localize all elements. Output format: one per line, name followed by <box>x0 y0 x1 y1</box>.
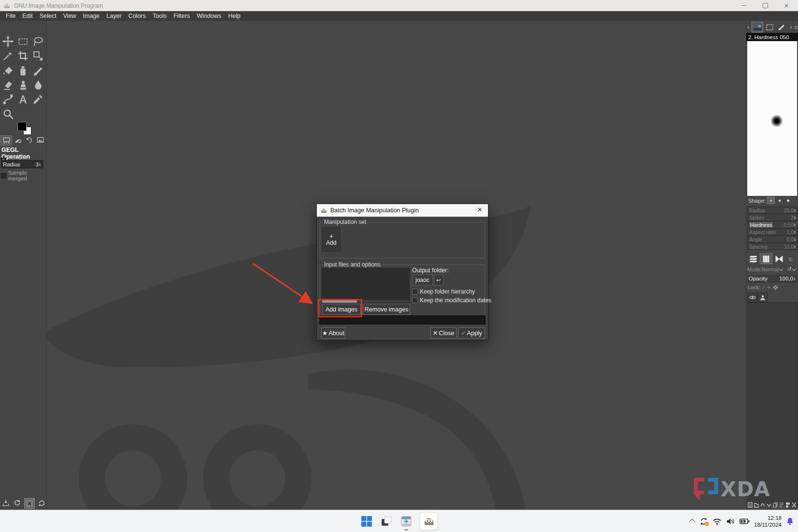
tab-selection-editor[interactable] <box>765 22 775 32</box>
tab-device-status[interactable] <box>13 135 23 145</box>
slider-hardness[interactable]: Hardness 0,50 ▲▼ <box>747 221 798 228</box>
mode-extra-dropdown-icon[interactable] <box>792 266 796 270</box>
tabs-scroll-right-icon[interactable]: › <box>789 24 793 30</box>
sample-merged-checkbox[interactable] <box>1 173 6 178</box>
tray-overflow-icon[interactable] <box>689 519 695 525</box>
lock-position-icon[interactable]: + <box>767 284 770 290</box>
taskbar-clock[interactable]: 12:18 18/11/2024 <box>754 515 782 528</box>
menu-layer[interactable]: Layer <box>103 13 125 19</box>
shape-circle-button[interactable]: ● <box>767 197 775 204</box>
merge-layer-button[interactable] <box>779 501 784 509</box>
close-button[interactable]: ✕ <box>776 0 797 11</box>
duplicate-layer-button[interactable] <box>772 501 778 509</box>
output-folder-reset-button[interactable]: ↩ <box>434 275 443 285</box>
remove-images-button[interactable]: Remove images <box>363 304 410 315</box>
slider-aspect-ratio[interactable]: Aspect ratio 1,0 ▲▼ <box>747 228 798 236</box>
lock-pixels-icon[interactable]: ∕ <box>763 284 764 290</box>
delete-preset-button[interactable] <box>24 498 35 509</box>
menu-select[interactable]: Select <box>36 13 60 19</box>
task-view-button[interactable] <box>380 515 393 528</box>
tab-paths[interactable] <box>773 254 785 264</box>
mode-switch-icon[interactable]: ↺ <box>787 266 792 272</box>
tabs-scroll-left-icon[interactable]: ‹ <box>746 24 750 30</box>
tool-crop-icon[interactable] <box>15 49 30 63</box>
lower-layer-button[interactable] <box>766 501 771 509</box>
color-swatches[interactable] <box>17 122 34 136</box>
tab-undo-history[interactable] <box>24 135 34 145</box>
lock-alpha-icon[interactable] <box>773 285 778 290</box>
tool-smudge-icon[interactable] <box>30 78 45 92</box>
tool-bucket-fill-icon[interactable] <box>0 63 15 77</box>
dock-menu-icon[interactable]: ◱ <box>789 257 793 261</box>
menu-edit[interactable]: Edit <box>19 13 36 19</box>
anchor-layer-button[interactable] <box>785 501 790 509</box>
tab-brush-preview[interactable] <box>752 22 763 32</box>
tool-rectangle-select-icon[interactable] <box>15 34 30 48</box>
opacity-slider[interactable]: Opacity 100,0 ▲▼ <box>747 275 797 282</box>
battery-icon[interactable] <box>739 518 750 525</box>
menu-help[interactable]: Help <box>224 13 244 19</box>
tray-update-icon[interactable] <box>699 517 708 526</box>
restore-preset-button[interactable] <box>13 498 22 508</box>
delete-layer-button[interactable] <box>791 501 797 509</box>
notification-bell-icon[interactable] <box>786 517 794 526</box>
tool-free-select-icon[interactable] <box>30 34 45 48</box>
volume-icon[interactable] <box>726 517 735 525</box>
new-group-button[interactable] <box>754 501 759 509</box>
tool-clone-icon[interactable] <box>15 78 30 92</box>
keep-dates-checkbox[interactable] <box>412 297 418 303</box>
menu-image[interactable]: Image <box>79 13 103 19</box>
keep-dates-row[interactable]: Keep the modification dates <box>412 297 491 304</box>
tool-mypaint-brush-icon[interactable] <box>15 63 30 77</box>
wifi-icon[interactable] <box>712 517 722 525</box>
menu-view[interactable]: View <box>59 13 79 19</box>
new-layer-button[interactable] <box>747 501 753 509</box>
slider-spikes[interactable]: Spikes 2 ▲▼ <box>747 214 798 221</box>
input-file-list[interactable] <box>322 268 410 303</box>
mode-dropdown-icon[interactable] <box>779 266 783 270</box>
tool-text-icon[interactable] <box>15 92 30 106</box>
keep-hierarchy-row[interactable]: Keep folder hierarchy <box>412 288 475 295</box>
minimize-button[interactable] <box>733 0 754 11</box>
mode-value[interactable]: Normal <box>762 266 779 272</box>
brush-preview[interactable] <box>747 41 797 196</box>
radius-spinner[interactable]: Radius 3 ▲ ▼ <box>1 160 43 168</box>
tab-channels[interactable] <box>760 253 772 264</box>
tool-unified-transform-icon[interactable] <box>30 49 45 63</box>
menu-filters[interactable]: Filters <box>170 13 193 19</box>
sample-merged-row[interactable]: Sample merged <box>1 170 46 181</box>
visibility-toggle[interactable] <box>747 293 757 302</box>
radius-spin-arrows[interactable]: ▲ ▼ <box>39 163 43 166</box>
raise-layer-button[interactable] <box>760 501 765 509</box>
about-button[interactable]: ★ About <box>321 327 345 339</box>
tool-paintbrush-icon[interactable] <box>30 63 45 77</box>
menu-file[interactable]: File <box>2 13 19 19</box>
output-folder-button[interactable]: joaoc <box>412 275 433 285</box>
tool-zoom-icon[interactable] <box>0 107 15 121</box>
apply-button[interactable]: ✓ Apply <box>458 327 485 339</box>
start-button[interactable] <box>360 515 373 528</box>
tab-tool-options[interactable] <box>0 135 12 146</box>
save-preset-button[interactable] <box>1 498 11 508</box>
tab-images[interactable] <box>35 135 45 145</box>
close-dialog-button[interactable]: ✕ Close <box>430 327 457 339</box>
slider-angle[interactable]: Angle 0,0 ▲▼ <box>747 236 798 243</box>
slider-spacing[interactable]: Spacing 10,0 ▲▼ <box>747 243 798 250</box>
menu-windows[interactable]: Windows <box>193 13 225 19</box>
menu-colors[interactable]: Colors <box>125 13 149 19</box>
dialog-close-icon[interactable]: ✕ <box>475 206 484 213</box>
tool-fuzzy-select-icon[interactable] <box>0 49 15 63</box>
tool-move-icon[interactable] <box>0 34 15 48</box>
add-manipulation-button[interactable]: + Add <box>322 227 340 251</box>
menu-tools[interactable]: Tools <box>149 13 170 19</box>
foreground-color-swatch[interactable] <box>17 122 27 131</box>
tab-brushes[interactable] <box>776 22 787 32</box>
keep-hierarchy-checkbox[interactable] <box>412 289 418 295</box>
gimp-taskbar-button[interactable] <box>420 512 438 530</box>
link-toggle[interactable] <box>757 293 768 302</box>
tab-layers[interactable] <box>747 254 759 264</box>
shape-diamond-button[interactable]: ◆ <box>784 197 791 204</box>
tool-paths-icon[interactable] <box>0 92 15 106</box>
tool-eraser-icon[interactable] <box>0 78 15 92</box>
reset-options-button[interactable] <box>37 498 46 508</box>
